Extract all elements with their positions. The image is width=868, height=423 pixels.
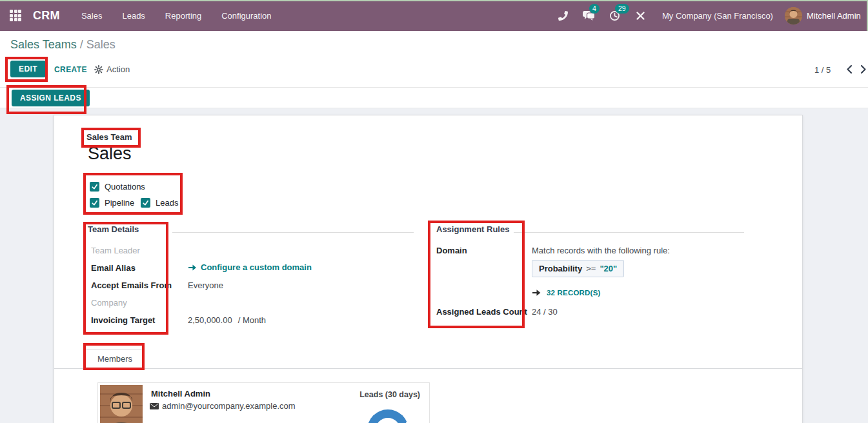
team-name-label: Sales Team xyxy=(86,132,132,142)
user-avatar[interactable] xyxy=(785,7,802,25)
menu-leads[interactable]: Leads xyxy=(122,11,145,21)
breadcrumb-sales-teams[interactable]: Sales Teams xyxy=(10,38,77,51)
form-sheet: Sales Team Sales Quotations Pipeline Lea… xyxy=(54,115,803,423)
section-separator xyxy=(514,232,744,233)
envelope-icon xyxy=(150,403,159,409)
pager-value: 1 / 5 xyxy=(814,65,831,75)
team-leader-label: Team Leader xyxy=(91,246,140,255)
action-menu-button[interactable]: Action xyxy=(94,64,130,74)
edit-button[interactable]: EDIT xyxy=(10,61,46,77)
rule-value: "20" xyxy=(600,264,617,273)
assignment-rules-heading: Assignment Rules xyxy=(436,224,509,234)
leads-donut-chart xyxy=(367,409,409,423)
quotations-checkbox[interactable] xyxy=(90,182,99,192)
domain-match-text: Match records with the following rule: xyxy=(532,246,670,255)
breadcrumb: Sales Teams / Sales xyxy=(10,38,116,52)
menu-sales[interactable]: Sales xyxy=(81,11,103,21)
app-name[interactable]: CRM xyxy=(33,9,60,23)
records-count-link[interactable]: 32 RECORD(S) xyxy=(532,289,601,297)
tools-icon[interactable] xyxy=(627,0,653,31)
domain-label: Domain xyxy=(436,246,467,255)
pager-next-icon[interactable] xyxy=(860,64,867,77)
assigned-leads-count-label: Assigned Leads Count xyxy=(436,307,527,317)
accept-emails-label: Accept Emails From xyxy=(91,280,172,290)
pipeline-checkbox[interactable] xyxy=(90,198,99,208)
pager-previous-icon[interactable] xyxy=(846,64,853,77)
leads-label: Leads xyxy=(156,198,178,208)
main-menu: Sales Leads Reporting Configuration xyxy=(81,11,272,21)
domain-rule-leaf: Probability >= "20" xyxy=(532,260,624,277)
invoicing-target-value: 2,50,000.00/ Month xyxy=(188,315,266,325)
create-button[interactable]: CREATE xyxy=(54,65,87,74)
action-label: Action xyxy=(106,64,130,74)
menu-reporting[interactable]: Reporting xyxy=(165,11,201,21)
assign-leads-button[interactable]: ASSIGN LEADS xyxy=(12,90,90,106)
messages-badge: 4 xyxy=(589,4,600,14)
section-separator xyxy=(172,232,414,233)
page-title: Sales xyxy=(88,144,132,164)
accept-emails-value: Everyone xyxy=(188,280,223,290)
company-label: Company xyxy=(91,298,127,308)
messages-icon[interactable]: 4 xyxy=(576,0,601,31)
member-name: Mitchell Admin xyxy=(151,389,210,398)
notebook-divider xyxy=(54,368,802,369)
assigned-leads-count-value: 24 / 30 xyxy=(532,307,558,317)
arrow-right-icon xyxy=(532,289,541,297)
member-card[interactable]: Mitchell Admin admin@yourcompany.example… xyxy=(97,382,430,423)
team-details-heading: Team Details xyxy=(88,224,139,234)
apps-grid-icon[interactable] xyxy=(10,10,21,21)
phone-icon[interactable] xyxy=(550,0,576,31)
menu-configuration[interactable]: Configuration xyxy=(221,11,271,21)
breadcrumb-current: Sales xyxy=(86,38,116,51)
breadcrumb-separator: / xyxy=(80,38,86,51)
gear-icon xyxy=(94,65,103,74)
company-switcher[interactable]: My Company (San Francisco) xyxy=(662,11,773,21)
divider xyxy=(0,87,868,88)
member-email[interactable]: admin@yourcompany.example.com xyxy=(150,401,296,411)
member-avatar xyxy=(100,385,143,423)
arrow-right-icon xyxy=(188,264,197,271)
configure-domain-link[interactable]: Configure a custom domain xyxy=(188,262,312,272)
email-alias-label: Email Alias xyxy=(91,263,136,273)
capture-edge xyxy=(0,0,868,1)
pipeline-label: Pipeline xyxy=(105,198,134,208)
user-name[interactable]: Mitchell Admin xyxy=(807,11,861,21)
quotations-label: Quotations xyxy=(105,182,145,192)
leads-checkbox[interactable] xyxy=(141,198,150,208)
member-chart-title: Leads (30 days) xyxy=(359,390,420,399)
rule-field: Probability xyxy=(539,264,582,273)
top-navbar: CRM Sales Leads Reporting Configuration … xyxy=(0,0,868,31)
tab-members[interactable]: Members xyxy=(85,349,145,369)
invoicing-target-label: Invoicing Target xyxy=(91,315,155,325)
rule-operator: >= xyxy=(586,264,596,273)
activities-clock-icon[interactable]: 29 xyxy=(601,0,627,31)
